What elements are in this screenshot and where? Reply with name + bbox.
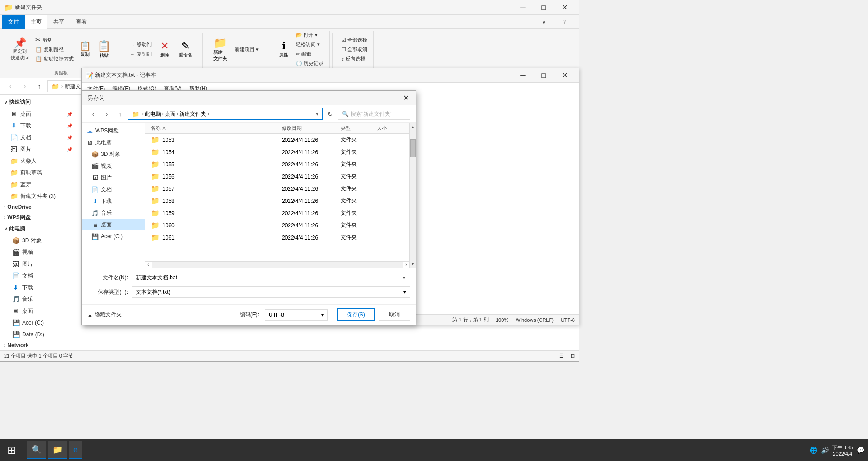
dlg-sidebar-thispc[interactable]: 🖥 此电脑	[82, 136, 145, 148]
dlg-path-segment1[interactable]: 此电脑	[145, 110, 161, 118]
sidebar-item-download[interactable]: ⬇ 下载 📌	[0, 120, 76, 132]
sidebar-item-desktop2[interactable]: 🖥 桌面	[0, 305, 76, 317]
history-button[interactable]: 🕐 历史记录	[294, 59, 326, 68]
tab-home[interactable]: 主页	[25, 15, 47, 29]
dlg-sidebar-video[interactable]: 🎬 视频	[82, 160, 145, 172]
tab-share[interactable]: 共享	[47, 15, 70, 29]
hscroll-right[interactable]: ›	[403, 262, 409, 268]
taskbar-explorer[interactable]: 📁	[48, 441, 67, 459]
rename-button[interactable]: ✎ 重命名	[175, 38, 195, 61]
dialog-forward-button[interactable]: ›	[101, 108, 113, 120]
network-icon[interactable]: 🌐	[810, 447, 817, 454]
tab-file[interactable]: 文件	[2, 15, 25, 29]
hscroll-left[interactable]: ‹	[145, 262, 152, 268]
sidebar-item-pictures[interactable]: 🖼 图片 📌	[0, 143, 76, 155]
invert-select-button[interactable]: ↕ 反向选择	[339, 55, 370, 63]
notepad-maximize-button[interactable]: □	[533, 68, 554, 83]
view-icon-list[interactable]: ☰	[559, 353, 564, 359]
filetype-select[interactable]: 文本文档(*.txt) ▾	[132, 286, 410, 298]
dialog-up-button[interactable]: ↑	[114, 108, 126, 120]
dialog-hscroll[interactable]: ‹ ›	[145, 261, 409, 268]
sidebar-item-bluetooth[interactable]: 📁 蓝牙	[0, 179, 76, 190]
sidebar-item-dl2[interactable]: ⬇ 下载	[0, 282, 76, 293]
paste-shortcut-button[interactable]: 📋粘贴快捷方式	[33, 55, 76, 63]
easy-access-button[interactable]: 轻松访问 ▾	[294, 40, 326, 49]
sidebar-item-doc2[interactable]: 📄 文档	[0, 270, 76, 282]
copy-button[interactable]: 📋 复制	[77, 39, 93, 59]
vscroll-up[interactable]: ▲	[410, 123, 416, 130]
dialog-file-row[interactable]: 📁 1053 2022/4/4 11:26 文件夹	[145, 134, 409, 146]
sidebar-section-onedrive[interactable]: ›OneDrive	[0, 202, 76, 212]
notepad-minimize-button[interactable]: ─	[512, 68, 533, 83]
volume-icon[interactable]: 🔊	[821, 447, 829, 454]
pin-button[interactable]: 📌 固定到快速访问	[8, 35, 32, 63]
taskbar-search[interactable]: 🔍	[27, 441, 46, 459]
dlg-sidebar-wps[interactable]: ☁ WPS网盘	[82, 125, 145, 136]
forward-button[interactable]: ›	[19, 80, 31, 93]
filename-dropdown[interactable]: ▾	[398, 272, 410, 283]
copyto-button[interactable]: →复制到	[128, 50, 154, 58]
explorer-close-button[interactable]: ✕	[554, 0, 575, 15]
select-all-button[interactable]: ☑ 全部选择	[339, 36, 370, 44]
taskbar-clock[interactable]: 下午 3:45 2022/4/4	[832, 444, 853, 456]
sidebar-section-wps[interactable]: ›WPS网盘	[0, 212, 76, 223]
dlg-sidebar-document[interactable]: 📄 文档	[82, 183, 145, 195]
explorer-maximize-button[interactable]: □	[533, 0, 554, 15]
dialog-file-row[interactable]: 📁 1054 2022/4/4 11:26 文件夹	[145, 146, 409, 158]
sidebar-section-thispc[interactable]: ∨此电脑	[0, 223, 76, 235]
notepad-close-button[interactable]: ✕	[554, 68, 575, 83]
view-icon-grid[interactable]: ⊞	[571, 353, 575, 359]
select-none-button[interactable]: ☐ 全部取消	[339, 45, 370, 54]
properties-button[interactable]: ℹ 属性	[275, 38, 293, 61]
hide-folders-button[interactable]: ▲ 隐藏文件夹	[87, 311, 160, 319]
tab-view[interactable]: 查看	[70, 15, 93, 29]
dialog-path[interactable]: 📁 › 此电脑 › 桌面 › 新建文件夹 › ▾	[128, 108, 323, 120]
dialog-save-button[interactable]: 保存(S)	[337, 308, 375, 321]
edit-button[interactable]: ✏ 编辑	[294, 50, 326, 58]
dialog-file-row[interactable]: 📁 1059 2022/4/4 11:26 文件夹	[145, 207, 409, 219]
new-folder-button[interactable]: 📁 新建文件夹	[209, 34, 232, 64]
encoding-select[interactable]: UTF-8 ▾	[265, 309, 328, 321]
dialog-file-row[interactable]: 📁 1060 2022/4/4 11:26 文件夹	[145, 219, 409, 231]
sidebar-item-desktop[interactable]: 🖥 桌面 📌	[0, 108, 76, 120]
notification-icon[interactable]: 💬	[857, 447, 864, 454]
sidebar-item-3d[interactable]: 📦 3D 对象	[0, 235, 76, 246]
delete-button[interactable]: ✕ 删除	[156, 38, 174, 61]
dlg-sidebar-download[interactable]: ⬇ 下载	[82, 195, 145, 207]
copy-path-button[interactable]: 📋复制路径	[33, 45, 76, 54]
taskbar-edge[interactable]: e	[69, 441, 82, 459]
dialog-search[interactable]: 🔍 搜索"新建文件夹"	[338, 108, 410, 120]
vscroll-track[interactable]	[410, 130, 416, 260]
dlg-path-segment2[interactable]: 桌面	[165, 110, 175, 118]
sidebar-item-acer-c[interactable]: 💾 Acer (C:)	[0, 317, 76, 329]
dialog-file-row[interactable]: 📁 1058 2022/4/4 11:26 文件夹	[145, 195, 409, 207]
sidebar-item-music[interactable]: 🎵 音乐	[0, 293, 76, 305]
start-button[interactable]: ⊞	[0, 439, 24, 461]
dialog-close-button[interactable]: ✕	[401, 94, 410, 103]
ribbon-help-btn[interactable]: ?	[554, 17, 575, 26]
explorer-minimize-button[interactable]: ─	[512, 0, 533, 15]
sidebar-item-new-folder-3[interactable]: 📁 新建文件夹 (3)	[0, 190, 76, 202]
moveto-button[interactable]: →移动到	[128, 40, 154, 49]
vscroll-thumb[interactable]	[410, 139, 416, 157]
dialog-file-row[interactable]: 📁 1057 2022/4/4 11:26 文件夹	[145, 183, 409, 195]
dialog-file-row[interactable]: 📁 1061 2022/4/4 11:26 文件夹	[145, 231, 409, 244]
dialog-file-row[interactable]: 📁 1056 2022/4/4 11:26 文件夹	[145, 170, 409, 183]
up-button[interactable]: ↑	[33, 80, 46, 93]
sidebar-item-jianying[interactable]: 📁 剪映草稿	[0, 167, 76, 179]
cut-button[interactable]: ✂剪切	[33, 35, 76, 44]
sidebar-item-video[interactable]: 🎬 视频	[0, 246, 76, 258]
sidebar-item-documents[interactable]: 📄 文档 📌	[0, 132, 76, 143]
dlg-path-dropdown[interactable]: ▾	[316, 111, 318, 117]
hscroll-track[interactable]	[152, 262, 403, 268]
sidebar-section-network[interactable]: › Network	[0, 340, 76, 350]
dialog-refresh-button[interactable]: ↻	[324, 108, 336, 120]
sidebar-item-data-d[interactable]: 💾 Data (D:)	[0, 329, 76, 340]
dlg-sidebar-image[interactable]: 🖼 图片	[82, 172, 145, 183]
open-button[interactable]: 📂 打开 ▾	[294, 31, 326, 39]
dialog-file-row[interactable]: 📁 1055 2022/4/4 11:26 文件夹	[145, 158, 409, 170]
dlg-sidebar-acerc[interactable]: 💾 Acer (C:)	[82, 230, 145, 242]
ribbon-collapse-btn[interactable]: ∧	[533, 17, 554, 26]
dlg-sidebar-music[interactable]: 🎵 音乐	[82, 207, 145, 219]
dlg-sidebar-desktop[interactable]: 🖥 桌面	[82, 219, 145, 230]
